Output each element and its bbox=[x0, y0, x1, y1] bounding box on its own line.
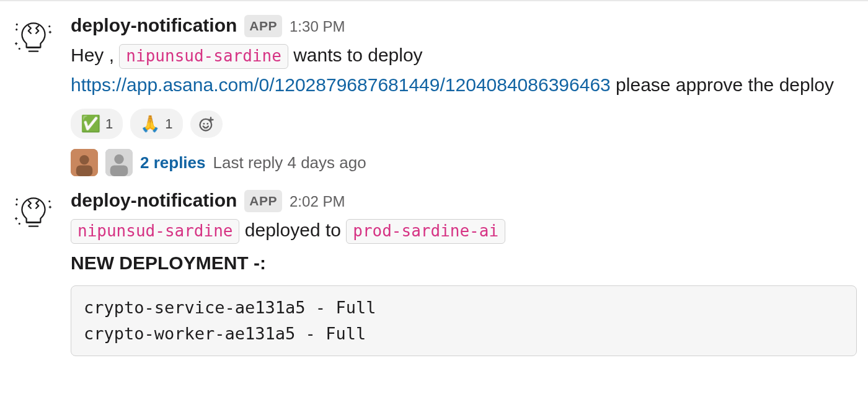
target-token: prod-sardine-ai bbox=[346, 219, 505, 244]
svg-point-3 bbox=[200, 119, 211, 130]
body-suffix: please approve the deploy bbox=[611, 74, 834, 95]
timestamp[interactable]: 1:30 PM bbox=[290, 16, 345, 38]
avatar-column bbox=[11, 11, 60, 176]
message-content: deploy-notification APP 1:30 PM Hey , ni… bbox=[60, 11, 857, 176]
bot-avatar[interactable] bbox=[11, 190, 56, 235]
svg-point-0 bbox=[16, 24, 18, 25]
app-badge: APP bbox=[244, 15, 282, 37]
message-content: deploy-notification APP 2:02 PM nipunsud… bbox=[60, 186, 857, 356]
check-emoji: ✅ bbox=[81, 112, 100, 136]
user-token: nipunsud-sardine bbox=[71, 219, 239, 244]
svg-point-1 bbox=[19, 48, 20, 50]
reply-avatar-2 bbox=[105, 149, 133, 176]
body-prefix: Hey , bbox=[71, 45, 119, 65]
avatar-column bbox=[11, 186, 60, 356]
reaction-count: 1 bbox=[165, 114, 172, 134]
svg-point-5 bbox=[206, 123, 208, 125]
sender-name[interactable]: deploy-notification bbox=[71, 11, 237, 39]
code-block: crypto-service-ae131a5 - Full crypto-wor… bbox=[71, 285, 857, 356]
svg-point-2 bbox=[48, 25, 50, 27]
message-body: nipunsud-sardine deployed to prod-sardin… bbox=[71, 215, 857, 245]
user-token: nipunsud-sardine bbox=[119, 44, 288, 69]
app-badge: APP bbox=[244, 190, 282, 212]
reply-avatar-1 bbox=[71, 149, 98, 176]
lightbulb-wrench-icon bbox=[13, 192, 54, 233]
pray-emoji: 🙏 bbox=[140, 112, 160, 136]
message-body: Hey , nipunsud-sardine wants to deploy h… bbox=[71, 40, 857, 100]
svg-rect-8 bbox=[76, 165, 92, 176]
add-reaction-button[interactable] bbox=[190, 110, 223, 138]
message: deploy-notification APP 2:02 PM nipunsud… bbox=[0, 180, 868, 360]
timestamp[interactable]: 2:02 PM bbox=[290, 190, 345, 213]
svg-rect-11 bbox=[110, 165, 128, 176]
sender-name[interactable]: deploy-notification bbox=[71, 186, 237, 214]
bot-avatar[interactable] bbox=[11, 15, 56, 60]
reaction-pray[interactable]: 🙏 1 bbox=[130, 109, 182, 139]
message: deploy-notification APP 1:30 PM Hey , ni… bbox=[0, 5, 868, 180]
asana-link[interactable]: https://app.asana.com/0/1202879687681449… bbox=[71, 74, 611, 95]
thread-info[interactable]: 2 replies Last reply 4 days ago bbox=[71, 149, 857, 176]
last-reply-text: Last reply 4 days ago bbox=[213, 151, 366, 175]
message-header: deploy-notification APP 2:02 PM bbox=[71, 186, 857, 214]
reactions-bar: ✅ 1 🙏 1 bbox=[71, 109, 857, 139]
body-mid: deployed to bbox=[239, 220, 346, 240]
svg-point-7 bbox=[79, 155, 89, 164]
message-header: deploy-notification APP 1:30 PM bbox=[71, 11, 857, 39]
replies-link[interactable]: 2 replies bbox=[140, 151, 206, 175]
svg-point-4 bbox=[203, 123, 205, 125]
add-emoji-icon bbox=[198, 115, 215, 133]
deployment-heading: NEW DEPLOYMENT -: bbox=[71, 249, 857, 277]
reaction-check[interactable]: ✅ 1 bbox=[71, 109, 123, 139]
svg-point-14 bbox=[48, 200, 50, 202]
svg-point-12 bbox=[16, 199, 18, 200]
body-mid: wants to deploy bbox=[288, 45, 423, 65]
reaction-count: 1 bbox=[105, 114, 113, 134]
svg-point-10 bbox=[114, 154, 123, 164]
svg-point-13 bbox=[19, 223, 20, 225]
lightbulb-wrench-icon bbox=[13, 17, 54, 58]
